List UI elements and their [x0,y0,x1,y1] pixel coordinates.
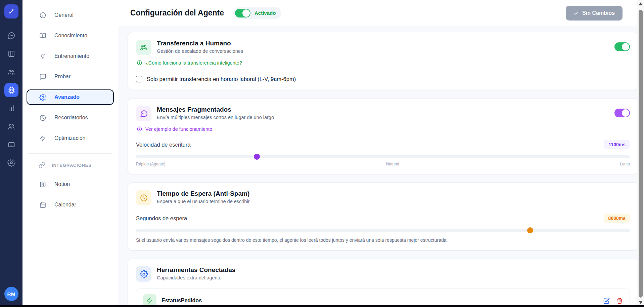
clock-icon [39,114,46,121]
window-scrollbar[interactable] [637,0,644,305]
scale-max-label: Lento [620,162,630,166]
rail-analytics-icon[interactable] [4,101,18,115]
typing-speed-scale: Rápido (Agente) Natural Lento [136,162,630,166]
card-divider [136,71,630,71]
sidebar-item-label: Entrenamiento [54,53,89,59]
antispam-description: Si el usuario envía varios mensajes segu… [136,237,630,243]
wait-seconds-slider-thumb[interactable] [527,227,533,233]
typing-speed-label: Velocidad de escritura [136,142,190,148]
card-title: Herramientas Conectadas [157,266,630,274]
sidebar-item-probar[interactable]: Probar [27,69,114,84]
info-icon [137,126,142,132]
lightbulb-icon [39,53,46,60]
fragmented-example-link[interactable]: Ver ejemplo de funcionamiento [136,126,630,132]
card-title: Transferencia a Humano [157,40,609,47]
sidebar-item-optimizacion[interactable]: Optimización [27,130,114,146]
rail-users-group-icon[interactable] [4,65,18,79]
scrollbar-up-arrow-icon[interactable] [639,2,643,5]
info-icon [39,12,46,19]
app-logo[interactable] [4,4,18,18]
tool-row-estatuspedidos: EstatusPedidos [136,289,630,307]
sidebar-item-calendar[interactable]: Calendar [27,197,114,213]
rail-columns-icon[interactable] [4,47,18,61]
card-subtitle: Capacidades extra del agente [157,275,630,280]
main-area: Configuración del Agente Activado Sin Ca… [118,0,644,307]
check-icon [573,10,579,16]
rail-nav [4,29,18,174]
sidebar-item-conocimiento[interactable]: Conocimiento [27,28,114,43]
sidebar-item-label: Recordatorios [54,115,88,121]
fragmented-toggle[interactable] [614,109,630,117]
sidebar-item-label: Optimización [54,135,85,141]
typing-speed-slider-thumb[interactable] [254,154,260,160]
wait-seconds-value-badge: 8000ms [604,214,630,223]
chat-icon [39,73,46,80]
content-scroll-area: Transferencia a Humano Gestión de escala… [118,26,644,307]
users-group-icon [136,40,151,55]
page-title: Configuración del Agente [130,8,224,17]
integrations-section-label: INTEGRACIONES [52,163,92,168]
business-hours-checkbox[interactable] [136,76,142,82]
sidebar-item-label: Notion [54,181,70,187]
sidebar-item-label: General [54,12,74,18]
card-tiempo-espera: Tiempo de Espera (Anti-Spam) Espera a qu… [128,182,638,251]
sidebar-divider [28,153,112,154]
book-icon [39,32,46,39]
zap-icon [39,135,46,142]
typing-speed-value-badge: 1100ms [604,140,630,149]
rail-billing-icon[interactable] [4,138,18,152]
calendar-icon [39,201,46,208]
checkbox-label: Solo permitir transferencia en horario l… [147,76,296,82]
typing-speed-slider[interactable] [136,155,630,158]
wait-seconds-label: Segundos de espera [136,215,187,222]
rail-agent-config-icon[interactable] [4,83,18,97]
scrollbar-thumb[interactable] [639,10,643,298]
sidebar-item-label: Calendar [54,202,76,208]
info-icon [137,60,142,66]
sidebar-item-general[interactable]: General [27,7,114,23]
integrations-section-header: INTEGRACIONES [27,162,114,168]
rail-contacts-icon[interactable] [4,119,18,133]
card-title: Tiempo de Espera (Anti-Spam) [157,190,630,197]
rail-chat-icon[interactable] [4,29,18,43]
sidebar-item-entrenamiento[interactable]: Entrenamiento [27,48,114,64]
card-subtitle: Espera a que el usuario termine de escri… [157,199,630,204]
chat-bubble-icon [136,106,151,121]
card-herramientas-conectadas: Herramientas Conectadas Capacidades extr… [128,259,638,307]
wait-seconds-slider[interactable] [136,229,630,232]
card-title: Mensajes Fragmentados [157,106,609,113]
sidebar-item-label: Probar [54,74,71,80]
agent-status-pill: Activado [233,7,281,19]
gear-icon [136,266,151,282]
window-bottom-edge [0,305,644,307]
business-hours-checkbox-row[interactable]: Solo permitir transferencia en horario l… [136,76,630,82]
sidebar-item-avanzado[interactable]: Avanzado [27,89,114,105]
scale-min-label: Rápido (Agente) [136,162,165,166]
sidebar-item-recordatorios[interactable]: Recordatorios [27,110,114,125]
topbar: Configuración del Agente Activado Sin Ca… [118,0,644,26]
agent-enabled-toggle[interactable] [235,9,250,17]
edit-tool-icon[interactable] [603,298,610,304]
scrollbar-down-arrow-icon[interactable] [639,301,643,304]
sidebar: General Conocimiento Entrenamiento Proba… [22,0,118,307]
sidebar-item-notion[interactable]: Notion [27,177,114,192]
sidebar-item-label: Conocimiento [54,33,87,39]
save-button[interactable]: Sin Cambios [566,6,623,21]
agent-status-label: Activado [255,10,276,16]
link-icon [39,162,45,168]
sidebar-item-label: Avanzado [54,94,80,100]
transfer-help-link[interactable]: ¿Cómo funciona la transferencia intelige… [136,60,630,66]
card-mensajes-fragmentados: Mensajes Fragmentados Envía múltiples me… [128,98,638,174]
transfer-toggle[interactable] [614,42,630,51]
card-transferencia-humano: Transferencia a Humano Gestión de escala… [128,32,638,90]
card-subtitle: Envía múltiples mensajes cortos en lugar… [157,115,609,120]
rail-settings-icon[interactable] [4,156,18,170]
card-subtitle: Gestión de escalado de conversaciones [157,48,609,54]
scale-mid-label: Natural [386,162,399,166]
delete-tool-icon[interactable] [616,298,623,304]
avatar[interactable]: RM [4,287,18,301]
gear-icon [39,94,46,101]
tool-name: EstatusPedidos [162,298,603,304]
icon-rail: RM [0,0,22,307]
notion-icon [39,181,46,188]
